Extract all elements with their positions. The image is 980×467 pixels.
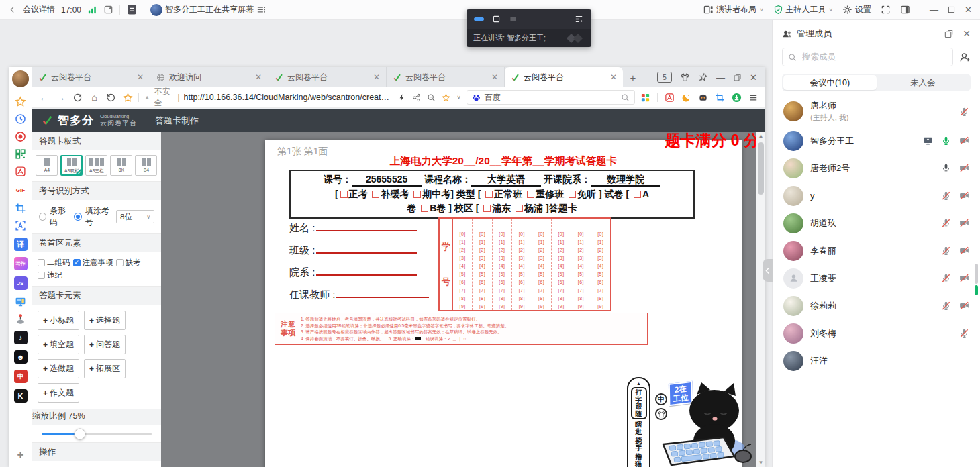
radio-fill-id[interactable]: [74, 213, 82, 221]
settings-button[interactable]: 设置: [842, 4, 871, 15]
add-填空题-button[interactable]: +填空题: [38, 335, 79, 354]
ime-mode-menu[interactable]: ▲打字跟随瞎逛挠手撸猫▼S: [627, 377, 650, 467]
scroll-down-arrow[interactable]: ▼: [756, 460, 765, 466]
side-panel-toggle-icon[interactable]: [900, 5, 910, 15]
reopen-tab-icon[interactable]: [106, 93, 116, 103]
ime-mode-option[interactable]: 挠手: [635, 437, 643, 452]
share-menu-icon[interactable]: [509, 15, 518, 23]
mic-muted-icon[interactable]: [941, 191, 951, 201]
mic-muted-icon[interactable]: [941, 218, 951, 228]
share-list-icon[interactable]: [256, 5, 266, 15]
host-tools-button[interactable]: 主持人工具 ∨: [773, 4, 834, 15]
red-app-icon[interactable]: 中: [14, 370, 28, 383]
mic-on-icon[interactable]: [941, 136, 951, 146]
screenshot-crop-icon[interactable]: [15, 203, 26, 214]
douyin-icon[interactable]: ♪: [14, 331, 28, 344]
cam-muted-icon[interactable]: [959, 273, 969, 283]
browser-minimize-button[interactable]: —: [716, 72, 725, 83]
pdf-tool-icon[interactable]: [665, 93, 675, 103]
radio-barcode[interactable]: [39, 213, 46, 221]
window-select-icon[interactable]: [492, 15, 501, 23]
tab-close-icon[interactable]: ✕: [491, 72, 498, 82]
participant-row[interactable]: 唐老师2号: [773, 154, 980, 182]
favorites-icon[interactable]: [15, 96, 26, 107]
ai-writing-icon[interactable]: 写作: [14, 257, 28, 270]
cam-muted-icon[interactable]: [959, 246, 969, 256]
browser-tab[interactable]: 云阅卷平台✕: [32, 67, 150, 87]
browser-tab[interactable]: 云阅卷平台✕: [505, 67, 623, 87]
format-tile-A3三栏[interactable]: A3三栏: [85, 155, 107, 176]
checkbox-缺考[interactable]: [116, 259, 124, 266]
participant-row[interactable]: 徐莉莉: [773, 292, 980, 319]
sharing-status-pill[interactable]: 智多分王工正在共享屏幕: [150, 4, 266, 16]
cam-muted-icon[interactable]: [959, 163, 969, 173]
scrollbar-thumb[interactable]: [758, 142, 764, 195]
add-作文题-button[interactable]: +作文题: [38, 383, 79, 403]
format-tile-A3双栏[interactable]: A3双栏: [60, 155, 83, 176]
mic-dark-icon[interactable]: [941, 163, 951, 173]
browser-tab[interactable]: 云阅卷平台✕: [387, 67, 505, 87]
js-tool-icon[interactable]: JS: [14, 276, 28, 290]
scroll-up-arrow[interactable]: ▲: [756, 133, 765, 139]
fullscreen-icon[interactable]: [881, 5, 891, 15]
ai-assistant-icon[interactable]: [698, 93, 708, 103]
page-url[interactable]: http://10.166.36.14/CloudMarking/web/sca…: [184, 93, 394, 102]
meeting-details-link[interactable]: 会议详情: [23, 4, 55, 15]
tab-count-badge[interactable]: 5: [657, 72, 672, 83]
reload-icon[interactable]: [72, 93, 83, 103]
bookmark-icon[interactable]: [123, 93, 133, 103]
browser-profile-avatar[interactable]: [12, 70, 29, 87]
browser-menu-icon[interactable]: [748, 93, 758, 103]
meeting-back-icon[interactable]: [8, 5, 17, 14]
member-tab-未入会[interactable]: 未入会: [877, 75, 970, 90]
popout-window-icon[interactable]: [103, 5, 113, 15]
participant-row[interactable]: 胡道玖: [773, 209, 980, 237]
chevron-down-icon[interactable]: ∨: [456, 95, 461, 100]
cam-muted-icon[interactable]: [959, 191, 969, 201]
night-mode-icon[interactable]: [681, 93, 691, 103]
maximize-button[interactable]: [947, 5, 956, 14]
cam-muted-icon[interactable]: [959, 218, 969, 228]
tab-close-icon[interactable]: ✕: [255, 72, 262, 82]
participant-row[interactable]: 刘冬梅: [773, 319, 980, 347]
share-page-icon[interactable]: [412, 93, 421, 102]
zoom-slider-knob[interactable]: [75, 429, 86, 440]
mic-muted-icon[interactable]: [941, 273, 951, 283]
add-extension-icon[interactable]: +: [14, 448, 28, 462]
sheet-preview-canvas[interactable]: 题卡满分 0 分 第1张 第1面 上海电力大学20__/20__学年第__学期考…: [161, 132, 756, 467]
gif-tool-icon[interactable]: GIF: [14, 183, 28, 197]
mic-muted-icon[interactable]: [941, 301, 951, 311]
tab-close-icon[interactable]: ✕: [373, 72, 380, 82]
meeting-doc-icon[interactable]: [126, 4, 138, 15]
history-icon[interactable]: [15, 113, 26, 125]
format-tile-A4[interactable]: A4: [36, 155, 58, 176]
browser-close-button[interactable]: ✕: [750, 72, 757, 83]
checkbox-违纪[interactable]: [38, 272, 45, 279]
member-tab-会议中(10)[interactable]: 会议中(10): [783, 75, 877, 90]
header-elem-option[interactable]: 违纪: [38, 270, 62, 280]
back-icon[interactable]: ←: [39, 93, 49, 103]
apps-grid-icon[interactable]: [640, 93, 650, 103]
pin-window-icon[interactable]: [698, 72, 708, 83]
checkbox-注意事项[interactable]: [73, 259, 81, 266]
zoom-slider[interactable]: [42, 433, 152, 435]
mic-muted-icon[interactable]: [959, 107, 969, 117]
ocr-capture-icon[interactable]: [15, 220, 26, 231]
participant-row[interactable]: 智多分王工: [773, 127, 980, 154]
browser-restore-button[interactable]: [733, 73, 742, 82]
layout-switcher[interactable]: 演讲者布局 ∨: [703, 4, 764, 15]
url-omnibox[interactable]: ▲ 不安全 | http://10.166.36.14/CloudMarking…: [144, 86, 461, 109]
member-queue-icon[interactable]: [574, 14, 584, 24]
favorite-page-icon[interactable]: [442, 93, 450, 102]
add-拓展区-button[interactable]: +拓展区: [84, 359, 126, 378]
qr-code-icon[interactable]: [15, 148, 26, 160]
header-elem-option[interactable]: 缺考: [116, 258, 141, 268]
header-elem-option[interactable]: 注意事项: [73, 258, 113, 268]
kimi-icon[interactable]: K: [14, 389, 28, 403]
cam-muted-icon[interactable]: [959, 136, 969, 146]
member-search-box[interactable]: [782, 48, 953, 66]
minimize-button[interactable]: —: [930, 5, 938, 15]
format-tile-8K[interactable]: 8K: [110, 155, 132, 176]
participant-row[interactable]: 李春丽: [773, 237, 980, 264]
remote-desktop-icon[interactable]: [15, 296, 26, 307]
